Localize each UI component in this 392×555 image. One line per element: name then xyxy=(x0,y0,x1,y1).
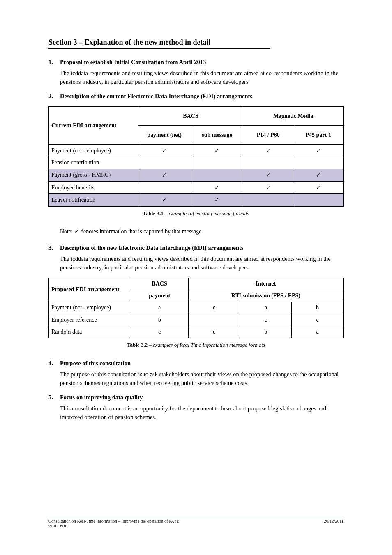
table-edi-proposed: Proposed EDI arrangement BACS Internet p… xyxy=(48,278,344,338)
sec-5-title: Focus on improving data quality xyxy=(60,394,143,401)
t1-row-label: Leaver notification xyxy=(49,194,138,206)
section-heading: Section 3 – Explanation of the new metho… xyxy=(48,37,344,48)
t2-cell: a xyxy=(292,326,344,338)
sec-1-heading: 1.Proposal to establish Initial Consulta… xyxy=(48,58,344,67)
t1-cell xyxy=(138,182,191,194)
sec-4-title: Purpose of this consultation xyxy=(60,360,131,366)
t2-h-bacs: BACS xyxy=(131,278,188,290)
sec-1-title: Proposal to establish Initial Consultati… xyxy=(60,59,206,65)
note-body: denotes information that is captured by … xyxy=(79,228,203,235)
heading-rule xyxy=(48,48,270,49)
t1-cell: ✓ xyxy=(138,169,191,181)
footer-date: 20/12/2011 xyxy=(324,519,344,523)
sec-1-num: 1. xyxy=(48,58,60,67)
check-icon: ✓ xyxy=(162,172,167,178)
table-edi-current: Current EDI arrangement BACS Magnetic Me… xyxy=(48,106,344,206)
t1-h-p14: P14 / P60 xyxy=(243,126,293,145)
t1-cell xyxy=(191,169,243,181)
t1-h-magmedia: Magnetic Media xyxy=(243,107,344,126)
note-lead: Note: xyxy=(60,228,73,235)
t1-row-label: Payment (gross - HMRC) xyxy=(49,169,138,181)
check-icon: ✓ xyxy=(266,147,271,154)
sec-4-num: 4. xyxy=(48,359,60,368)
sec-1-body: The icddata requirements and resulting v… xyxy=(48,69,344,86)
sec-3-num: 3. xyxy=(48,244,60,252)
table-row: Leaver notification✓✓ xyxy=(49,194,344,206)
sec-3-heading: 3.Description of the new Electronic Data… xyxy=(48,244,344,252)
t1-cell: ✓ xyxy=(243,169,293,181)
t1-h-sub: sub message xyxy=(191,126,243,145)
sec-2-title: Description of the current Electronic Da… xyxy=(60,93,252,99)
t2-h-rti: RTI submission (FPS / EPS) xyxy=(188,290,343,302)
t1-cell xyxy=(138,157,191,169)
t1-cell xyxy=(243,194,293,206)
t2-row-label: Employer reference xyxy=(49,314,131,326)
t2-cell xyxy=(188,314,240,326)
t2-h-payment: payment xyxy=(131,290,188,302)
t2-cell: a xyxy=(240,302,292,314)
t2-cell: c xyxy=(292,314,344,326)
table-row: Random dataccba xyxy=(49,326,344,338)
t1-cell xyxy=(243,157,293,169)
table-row: Pension contribution xyxy=(49,157,344,169)
t1-cell: ✓ xyxy=(243,145,293,157)
t2-h-internet: Internet xyxy=(188,278,343,290)
t1-cell xyxy=(191,157,243,169)
footer-version: v1.0 Draft xyxy=(48,524,344,528)
check-icon: ✓ xyxy=(266,172,271,178)
sec-3-body: The icddata requirements and resulting v… xyxy=(48,255,344,272)
t2-cell: c xyxy=(131,326,188,338)
t1-h-bacs: BACS xyxy=(138,107,243,126)
table-row: Employer referencebcc xyxy=(49,314,344,326)
t1-cell: ✓ xyxy=(138,145,191,157)
sec-5-num: 5. xyxy=(48,393,60,402)
t2-h-item: Proposed EDI arrangement xyxy=(49,278,131,302)
sec-3-title: Description of the new Electronic Data I… xyxy=(60,244,243,251)
t1-cell: ✓ xyxy=(293,182,344,194)
t2-caption: Table 3.2 – examples of Real Time Inform… xyxy=(48,341,344,349)
table-row: Payment (net - employee)acab xyxy=(49,302,344,314)
table-row: Payment (net - employee)✓✓✓✓ xyxy=(49,145,344,157)
check-icon: ✓ xyxy=(214,196,219,203)
t1-cell: ✓ xyxy=(293,169,344,181)
check-icon: ✓ xyxy=(74,228,79,235)
t1-cell xyxy=(293,194,344,206)
t1-cell: ✓ xyxy=(191,194,243,206)
t2-caption-text: – examples of Real Time Information mess… xyxy=(148,342,265,348)
t1-caption-label: Table 3.1 xyxy=(143,210,164,216)
t2-cell: c xyxy=(188,302,240,314)
t2-row-label: Random data xyxy=(49,326,131,338)
t1-cell: ✓ xyxy=(243,182,293,194)
t2-cell: b xyxy=(131,314,188,326)
t2-cell: c xyxy=(188,326,240,338)
sec-2-num: 2. xyxy=(48,92,60,101)
t1-cell: ✓ xyxy=(293,145,344,157)
t1-h-item: Current EDI arrangement xyxy=(49,107,138,145)
t1-cell: ✓ xyxy=(138,194,191,206)
check-icon: ✓ xyxy=(214,184,219,191)
t2-cell: a xyxy=(131,302,188,314)
sec-5-body: This consultation document is an opportu… xyxy=(48,404,344,421)
sec-5-heading: 5.Focus on improving data quality xyxy=(48,393,344,402)
t1-caption-text: – examples of existing message formats xyxy=(164,210,249,216)
page-footer: Consultation on Real-Time Information – … xyxy=(48,517,344,528)
check-icon: ✓ xyxy=(316,147,321,154)
check-icon: ✓ xyxy=(316,184,321,191)
footer-title: Consultation on Real-Time Information – … xyxy=(48,519,180,523)
t2-cell: c xyxy=(240,314,292,326)
t1-h-p45: P45 part 1 xyxy=(293,126,344,145)
t2-cell: b xyxy=(292,302,344,314)
t1-row-label: Payment (net - employee) xyxy=(49,145,138,157)
sec-4-body: The purpose of this consultation is to a… xyxy=(48,370,344,387)
t1-caption: Table 3.1 – examples of existing message… xyxy=(48,210,344,218)
t1-row-label: Pension contribution xyxy=(49,157,138,169)
t2-row-label: Payment (net - employee) xyxy=(49,302,131,314)
check-icon: ✓ xyxy=(162,147,167,154)
t1-cell xyxy=(293,157,344,169)
table-row: Employee benefits✓✓✓ xyxy=(49,182,344,194)
sec-2-heading: 2.Description of the current Electronic … xyxy=(48,92,344,101)
t1-row-label: Employee benefits xyxy=(49,182,138,194)
sec-4-heading: 4.Purpose of this consultation xyxy=(48,359,344,368)
t1-cell: ✓ xyxy=(191,182,243,194)
t1-h-paymentnet: payment (net) xyxy=(138,126,191,145)
